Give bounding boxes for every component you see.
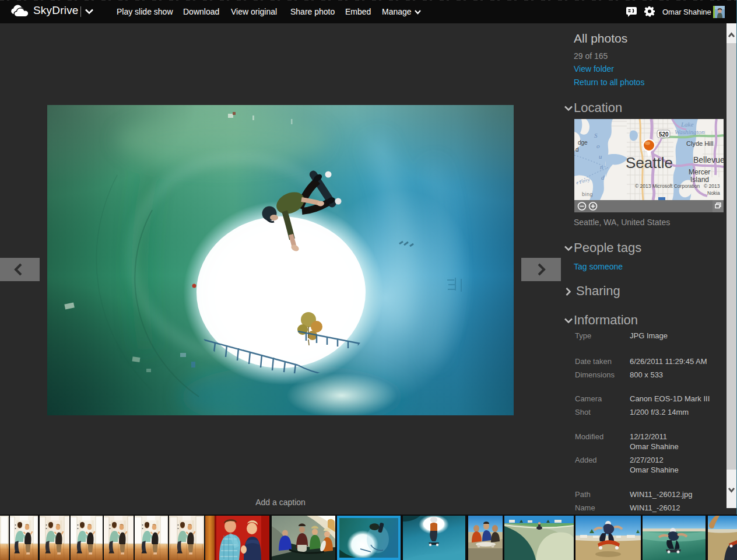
svg-text:520: 520 [659, 131, 669, 138]
svg-text:Island: Island [690, 176, 709, 184]
svg-text:S: S [594, 132, 598, 139]
svg-text:Washington: Washington [675, 128, 705, 135]
svg-text:d: d [601, 174, 605, 181]
svg-text:Bellevue: Bellevue [693, 155, 724, 164]
svg-text:d: d [575, 146, 579, 153]
svg-text:© 2013 Microsoft Corporation: © 2013 Microsoft Corporation [635, 183, 700, 189]
svg-text:u: u [599, 153, 602, 160]
svg-text:n: n [600, 163, 603, 170]
svg-text:Nokia: Nokia [707, 190, 720, 196]
svg-text:Clyde Hill: Clyde Hill [686, 140, 713, 147]
svg-text:bing: bing [582, 191, 593, 197]
svg-text:o: o [596, 142, 600, 149]
svg-text:Lake: Lake [680, 121, 694, 128]
svg-text:dge: dge [578, 139, 588, 146]
svg-text:© 2013: © 2013 [704, 183, 720, 189]
svg-text:Mercer: Mercer [689, 168, 710, 176]
